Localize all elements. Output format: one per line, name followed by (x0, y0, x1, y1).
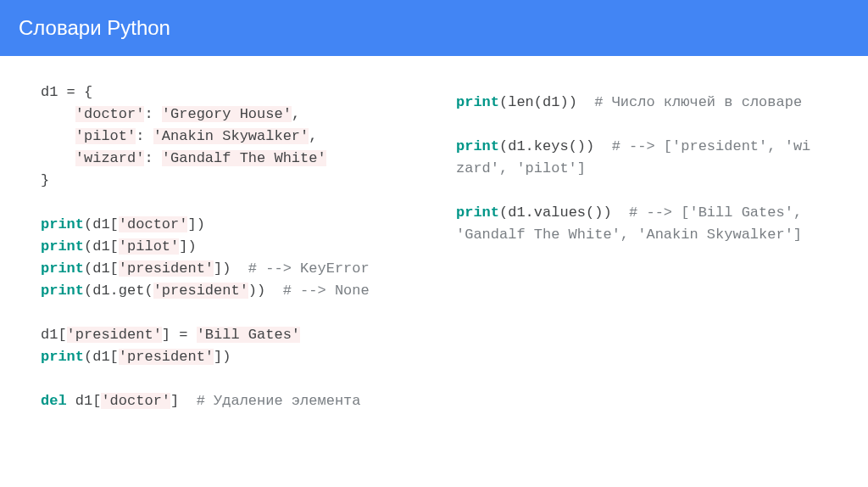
code-token: , (309, 128, 317, 144)
code-token: print (41, 216, 84, 232)
code-token: , (292, 106, 300, 122)
code-token: 'president' (153, 283, 248, 299)
code-left-column: d1 = { 'doctor': 'Gregory House', 'pilot… (41, 81, 397, 412)
code-token: 'doctor' (101, 393, 170, 409)
code-token: 'president' (119, 349, 214, 365)
code-token: ]) (179, 238, 196, 255)
code-token: del (41, 393, 67, 409)
code-token: : (136, 128, 153, 144)
code-token: 'doctor' (119, 216, 188, 232)
code-token: (len(d1)) (499, 94, 577, 110)
code-token: (d1[ (84, 260, 119, 277)
code-token: 'Bill Gates' (197, 327, 300, 343)
code-block-right: print(len(d1)) # Число ключей в словаре … (456, 92, 812, 246)
code-token: # --> None (283, 283, 370, 299)
code-token: } (41, 172, 49, 188)
code-token: (d1.get( (84, 283, 153, 299)
code-token: : (144, 150, 161, 166)
code-token: 'doctor' (75, 106, 145, 122)
code-token: ] = (162, 327, 197, 343)
code-token: ]) (214, 260, 231, 277)
code-token: (d1[ (84, 216, 119, 232)
code-token: (d1.values()) (499, 204, 612, 221)
code-token (265, 283, 282, 299)
code-token: 'Gandalf The White' (162, 150, 326, 166)
code-token: 'wizard' (75, 150, 145, 166)
code-token: 'Gregory House' (162, 106, 292, 122)
code-token (41, 106, 75, 122)
code-token: print (456, 138, 499, 154)
page-header: Словари Python (0, 0, 868, 56)
code-token (231, 260, 248, 277)
content-area: d1 = { 'doctor': 'Gregory House', 'pilot… (0, 56, 868, 436)
code-token (577, 94, 594, 110)
code-token (41, 150, 75, 166)
code-token: ]) (214, 349, 231, 365)
code-token: 'pilot' (75, 128, 136, 144)
code-token: # --> KeyError (248, 260, 370, 277)
code-block-left: d1 = { 'doctor': 'Gregory House', 'pilot… (41, 81, 397, 412)
code-token: # Число ключей в словаре (594, 94, 802, 110)
code-token: print (41, 260, 84, 277)
code-token: print (41, 238, 84, 255)
page-title: Словари Python (19, 16, 170, 40)
code-token: 'pilot' (119, 238, 179, 255)
code-token: 'president' (119, 260, 214, 277)
code-token (612, 204, 629, 221)
code-token: : (144, 106, 161, 122)
code-token (594, 138, 611, 154)
code-token: print (41, 283, 84, 299)
code-token (179, 393, 196, 409)
code-token: (d1[ (84, 349, 119, 365)
code-token: d1[ (41, 327, 67, 343)
code-token: )) (248, 283, 265, 299)
code-token: # Удаление элемента (197, 393, 361, 409)
code-token: (d1[ (84, 238, 119, 255)
code-token: (d1.keys()) (499, 138, 594, 154)
code-token: d1[ (67, 393, 102, 409)
code-token: ] (170, 393, 179, 409)
code-token: d1 = { (41, 84, 92, 100)
code-token: ]) (187, 216, 204, 232)
code-token (41, 128, 75, 144)
code-right-column: print(len(d1)) # Число ключей в словаре … (456, 81, 812, 412)
code-token: print (41, 349, 84, 365)
code-token: print (456, 204, 499, 221)
code-token: 'president' (67, 327, 162, 343)
code-token: print (456, 94, 499, 110)
code-token: 'Anakin Skywalker' (153, 128, 309, 144)
